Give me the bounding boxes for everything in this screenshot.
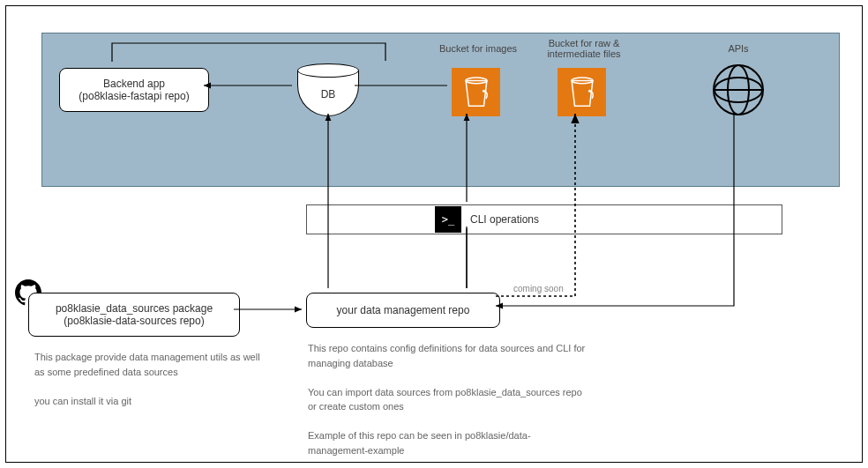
apis-label: APIs	[712, 43, 765, 54]
backend-subtitle: (po8klasie-fastapi repo)	[79, 90, 189, 102]
data-management-repo-node: your data management repo	[306, 293, 500, 328]
globe-icon	[712, 63, 765, 116]
terminal-icon: >_	[435, 206, 461, 233]
package-description: This package provide data management uti…	[34, 350, 264, 408]
mgmt-description: This repo contains config definitions fo…	[308, 341, 590, 457]
svg-point-1	[482, 89, 484, 92]
db-cylinder-top	[297, 63, 359, 78]
backend-app-node: Backend app (po8klasie-fastapi repo)	[59, 68, 209, 112]
backend-title: Backend app	[103, 78, 165, 90]
bucket-raw-icon	[557, 68, 606, 116]
db-label: DB	[297, 88, 359, 100]
diagram-canvas: Backend app (po8klasie-fastapi repo) DB …	[5, 5, 863, 463]
data-sources-package-node: po8klasie_data_sources package (po8klasi…	[28, 293, 240, 337]
coming-soon-label: coming soon	[513, 284, 564, 293]
bucket-images-label: Bucket for images	[430, 43, 527, 54]
package-subtitle: (po8klasie-data-sources repo)	[64, 315, 204, 327]
bucket-images-icon	[452, 68, 500, 116]
package-title: po8klasie_data_sources package	[56, 302, 213, 315]
database-node: DB	[297, 63, 359, 116]
cli-label: CLI operations	[470, 213, 539, 226]
mgmt-title: your data management repo	[337, 304, 470, 316]
svg-point-3	[587, 89, 590, 92]
cli-operations-box: >_ CLI operations	[306, 204, 782, 234]
bucket-raw-label: Bucket for raw & intermediate files	[535, 38, 632, 59]
